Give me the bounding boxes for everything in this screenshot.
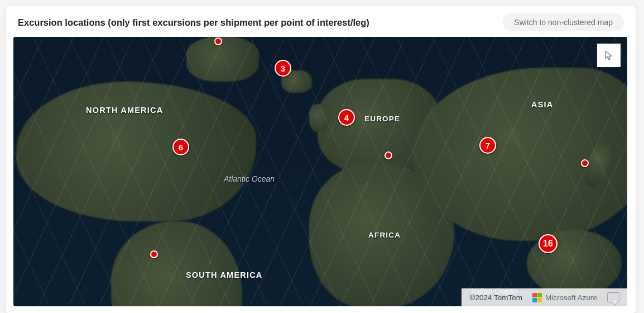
feedback-icon[interactable] [607,292,619,302]
label-asia: ASIA [531,100,553,109]
marker-greenland[interactable] [214,37,222,45]
cursor-icon [604,50,614,60]
map-select-tool[interactable] [597,44,621,67]
marker-turkey[interactable] [385,151,392,159]
map-credit-bar: ©2024 TomTom Microsoft Azure [462,288,627,306]
map-card: Excursion locations (only first excursio… [6,6,636,313]
marker-ecuador[interactable] [150,250,158,258]
header: Excursion locations (only first excursio… [13,13,628,31]
azure-credit: Microsoft Azure [532,292,597,302]
marker-japan[interactable] [581,159,589,167]
label-atlantic: Atlantic Ocean [224,174,275,183]
cluster-iceland[interactable]: 3 [275,60,291,77]
label-north-america: NORTH AMERICA [86,106,163,115]
switch-map-button[interactable]: Switch to non-clustered map [503,13,624,31]
country-borders [13,37,627,306]
cluster-sea[interactable]: 16 [539,234,558,253]
cluster-na[interactable]: 6 [172,139,189,155]
label-africa: AFRICA [368,231,401,239]
microsoft-logo-icon [532,292,542,302]
tomtom-credit: ©2024 TomTom [469,293,522,302]
cluster-central-asia[interactable]: 7 [479,137,496,154]
card-title: Excursion locations (only first excursio… [18,17,369,28]
azure-credit-text: Microsoft Azure [545,293,597,302]
label-south-america: SOUTH AMERICA [186,271,263,279]
map-viewport[interactable]: NORTH AMERICA SOUTH AMERICA EUROPE AFRIC… [13,37,627,306]
label-europe: EUROPE [364,115,400,123]
cluster-europe[interactable]: 4 [338,109,355,126]
